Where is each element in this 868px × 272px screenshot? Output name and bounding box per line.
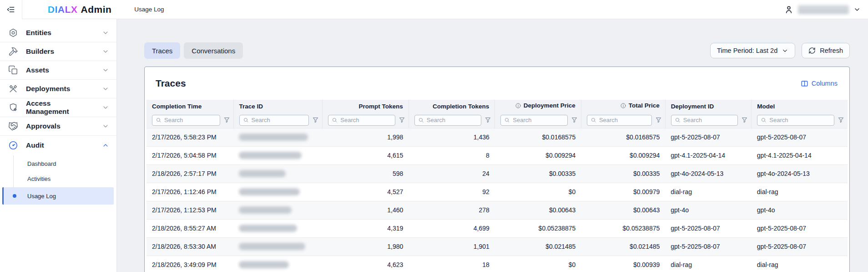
sidebar-item-audit[interactable]: Audit bbox=[0, 136, 116, 154]
column-header-prompt-tokens[interactable]: Prompt Tokens bbox=[323, 100, 409, 113]
search-box-trace-id[interactable] bbox=[239, 115, 309, 126]
sidebar-item-assets[interactable]: Assets bbox=[0, 61, 116, 80]
search-input-completion-time[interactable] bbox=[164, 117, 217, 123]
cell-value: $0.009294 bbox=[630, 152, 660, 159]
sidebar-subitem-dashboard[interactable]: Dashboard bbox=[0, 156, 116, 171]
trace-id-redacted bbox=[239, 225, 297, 232]
search-box-deployment-id[interactable] bbox=[671, 115, 738, 126]
cell-value: 24 bbox=[482, 170, 490, 177]
column-header-label: Total Price bbox=[629, 102, 660, 109]
filter-icon-deployment-price[interactable] bbox=[571, 117, 578, 123]
search-box-total-price[interactable] bbox=[587, 115, 652, 126]
time-period-dropdown[interactable]: Time Period: Last 2d bbox=[710, 43, 795, 58]
filter-icon-model[interactable] bbox=[838, 117, 844, 123]
columns-button[interactable]: Columns bbox=[801, 80, 838, 87]
search-box-deployment-price[interactable] bbox=[500, 115, 568, 126]
cell-value: 4,319 bbox=[387, 225, 403, 232]
cell-value: $0.00939 bbox=[633, 261, 660, 268]
cell-prompt-tokens: 4,319 bbox=[323, 219, 409, 237]
cell-value: $0.009294 bbox=[545, 152, 575, 159]
hammer-icon bbox=[8, 46, 18, 56]
column-header-label: Deployment ID bbox=[671, 103, 714, 110]
filter-icon-deployment-id[interactable] bbox=[741, 117, 748, 123]
filter-icon-completion-time[interactable] bbox=[223, 117, 230, 123]
trace-id-redacted bbox=[239, 243, 305, 250]
sidebar-subitem-usage-log[interactable]: Usage Log bbox=[2, 187, 114, 205]
tab-traces[interactable]: Traces bbox=[144, 42, 180, 59]
search-input-prompt-tokens[interactable] bbox=[340, 117, 392, 123]
search-box-completion-time[interactable] bbox=[152, 115, 220, 126]
column-header-deployment-id[interactable]: Deployment ID bbox=[665, 100, 752, 113]
page-title: Usage Log bbox=[134, 6, 164, 13]
panel-title: Traces bbox=[156, 78, 186, 89]
cell-total-price: $0.05238875 bbox=[581, 219, 665, 237]
column-search-cell-trace-id bbox=[233, 113, 323, 128]
cell-trace-id bbox=[233, 201, 323, 219]
trace-id-redacted bbox=[239, 152, 302, 159]
search-box-prompt-tokens[interactable] bbox=[328, 115, 395, 126]
refresh-icon bbox=[808, 47, 816, 54]
search-box-completion-tokens[interactable] bbox=[414, 115, 482, 126]
user-menu[interactable] bbox=[784, 5, 868, 14]
sidebar-subitem-label: Dashboard bbox=[27, 160, 56, 167]
sidebar-item-access-management[interactable]: Access Management bbox=[0, 98, 116, 117]
filter-icon-completion-tokens[interactable] bbox=[484, 117, 491, 123]
cell-total-price: $0.009294 bbox=[581, 146, 665, 164]
column-header-trace-id[interactable]: Trace ID bbox=[233, 100, 323, 113]
cell-deployment-id: gpt-5-2025-08-07 bbox=[665, 219, 752, 237]
search-input-trace-id[interactable] bbox=[252, 117, 306, 123]
cell-value: $0.0168575 bbox=[626, 133, 660, 141]
audit-submenu: DashboardActivitiesUsage Log bbox=[0, 154, 116, 205]
cell-deployment-price: $0.00643 bbox=[495, 201, 581, 219]
column-header-completion-tokens[interactable]: Completion Tokens bbox=[409, 100, 495, 113]
table-row[interactable]: 2/18/2026, 3:49:09 PM4,62318$0$0.00939di… bbox=[146, 256, 848, 272]
cell-prompt-tokens: 4,615 bbox=[323, 146, 409, 164]
cell-value: 2/18/2026, 8:53:30 AM bbox=[152, 243, 216, 250]
table-row[interactable]: 2/17/2026, 5:04:58 PM4,6158$0.009294$0.0… bbox=[146, 146, 848, 164]
cell-value: 598 bbox=[393, 170, 403, 177]
search-input-deployment-price[interactable] bbox=[513, 117, 564, 123]
cell-value: 1,980 bbox=[387, 243, 403, 250]
filter-icon-prompt-tokens[interactable] bbox=[399, 117, 405, 123]
table-row[interactable]: 2/17/2026, 1:12:46 PM4,52792$0$0.00979di… bbox=[146, 183, 848, 201]
cell-value: dial-rag bbox=[671, 188, 692, 195]
sidebar-subitem-activities[interactable]: Activities bbox=[0, 171, 116, 186]
cell-value: 2/18/2026, 3:49:09 PM bbox=[152, 261, 217, 268]
search-input-completion-tokens[interactable] bbox=[427, 117, 478, 123]
chevron-down-icon bbox=[102, 123, 109, 130]
column-header-total-price[interactable]: Total Price bbox=[581, 100, 665, 113]
sidebar-item-builders[interactable]: Builders bbox=[0, 42, 116, 61]
search-input-deployment-id[interactable] bbox=[683, 117, 735, 123]
search-input-model[interactable] bbox=[769, 117, 831, 123]
filter-icon-trace-id[interactable] bbox=[312, 117, 319, 123]
cell-total-price: $0.00643 bbox=[581, 201, 665, 219]
table-row[interactable]: 2/18/2026, 8:55:27 AM4,3194,699$0.052388… bbox=[146, 219, 848, 237]
cell-value: gpt-4.1-2025-04-14 bbox=[671, 152, 725, 159]
chevron-down-icon bbox=[782, 47, 788, 54]
filter-icon-total-price[interactable] bbox=[655, 117, 662, 123]
refresh-button[interactable]: Refresh bbox=[802, 43, 850, 58]
tab-conversations[interactable]: Conversations bbox=[184, 42, 243, 59]
app-logo: DIALX Admin bbox=[48, 4, 111, 15]
sidebar-toggle-button[interactable] bbox=[0, 0, 22, 19]
column-header-model[interactable]: Model bbox=[752, 100, 848, 113]
column-header-label: Trace ID bbox=[239, 103, 263, 110]
sidebar-item-entities[interactable]: Entities bbox=[0, 24, 116, 42]
table-row[interactable]: 2/17/2026, 5:58:23 PM1,9981,436$0.016857… bbox=[146, 128, 848, 146]
search-box-model[interactable] bbox=[757, 115, 834, 126]
cell-trace-id bbox=[233, 237, 323, 256]
sidebar-item-approvals[interactable]: Approvals bbox=[0, 117, 116, 136]
sidebar-item-deployments[interactable]: Deployments bbox=[0, 80, 116, 98]
search-input-total-price[interactable] bbox=[599, 117, 648, 123]
table-row[interactable]: 2/17/2026, 1:12:53 PM1,460278$0.00643$0.… bbox=[146, 201, 848, 219]
table-row[interactable]: 2/18/2026, 2:57:17 PM59824$0.00335$0.003… bbox=[146, 164, 848, 183]
column-search-cell-deployment-id bbox=[665, 113, 752, 128]
time-period-label: Time Period: Last 2d bbox=[717, 47, 777, 54]
traces-table: Completion TimeTrace IDPrompt TokensComp… bbox=[146, 100, 848, 272]
cell-total-price: $0.00939 bbox=[581, 256, 665, 272]
search-icon bbox=[332, 117, 338, 123]
column-header-deployment-price[interactable]: Deployment Price bbox=[495, 100, 581, 113]
table-row[interactable]: 2/18/2026, 8:53:30 AM1,9801,901$0.021485… bbox=[146, 237, 848, 256]
column-header-completion-time[interactable]: Completion Time bbox=[146, 100, 233, 113]
column-header-label: Model bbox=[757, 103, 775, 110]
